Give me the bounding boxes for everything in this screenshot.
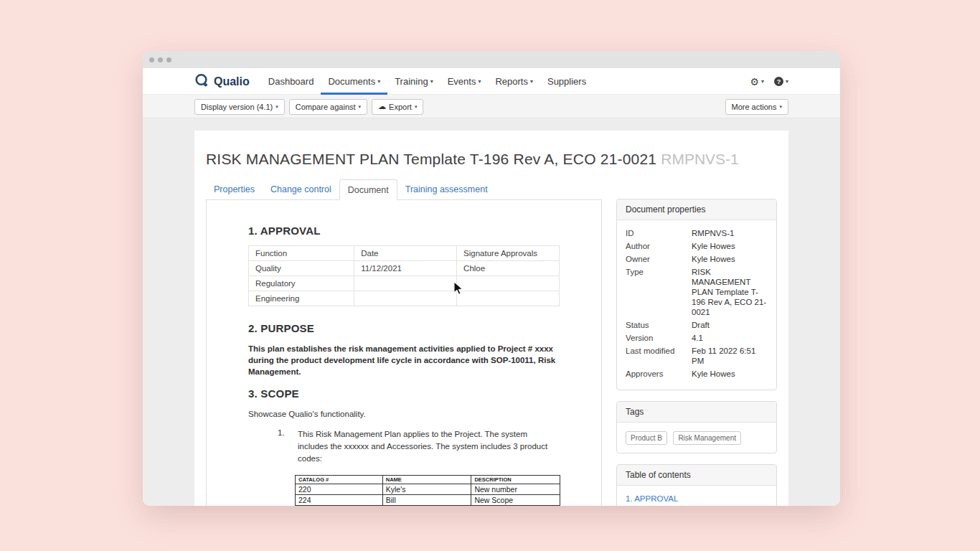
toc-link-approval[interactable]: 1. APPROVAL <box>626 494 768 504</box>
export-button[interactable]: ☁ Export ▾ <box>372 99 423 115</box>
chevron-down-icon: ▾ <box>415 104 418 109</box>
property-row: Version 4.1 <box>626 333 768 343</box>
table-header-cell: CATALOG # <box>296 476 383 484</box>
tab-document[interactable]: Document <box>339 179 397 200</box>
browser-chrome <box>143 51 840 68</box>
settings-menu-button[interactable]: ⚙ ▾ <box>750 77 764 87</box>
table-row: Function Date Signature Approvals <box>249 246 560 261</box>
table-cell <box>354 276 457 291</box>
property-row: Status Draft <box>626 320 768 330</box>
property-value: 4.1 <box>692 333 768 343</box>
tab-change-control[interactable]: Change control <box>263 179 339 199</box>
nav-item-label: Events <box>448 76 476 87</box>
table-cell: 11/12/2021 <box>354 261 457 276</box>
list-item-text: This Risk Management Plan applies to the… <box>298 428 560 465</box>
panel-title: Table of contents <box>617 465 776 486</box>
table-cell: Quality <box>249 261 354 276</box>
tab-properties[interactable]: Properties <box>206 179 263 199</box>
table-row: CATALOG # NAME DESCRIPTION <box>296 476 560 484</box>
export-label: Export <box>389 103 412 111</box>
table-header-cell: Signature Approvals <box>457 246 560 261</box>
window-control-dot[interactable] <box>158 57 163 62</box>
property-row: Last modified Feb 11 2022 6:51 PM <box>626 346 768 366</box>
page-title: RISK MANAGEMENT PLAN Template T-196 Rev … <box>206 143 777 170</box>
table-row: 224 Bill New Scope <box>296 495 560 506</box>
table-cell <box>382 506 471 507</box>
section-heading-purpose: 2. PURPOSE <box>248 322 560 334</box>
property-row: ID RMPNVS-1 <box>626 228 768 238</box>
tag-chip[interactable]: Product B <box>626 431 667 445</box>
panel-title: Document properties <box>617 199 776 220</box>
scope-list-item: 1. This Risk Management Plan applies to … <box>278 428 560 465</box>
window-control-dot[interactable] <box>149 57 154 62</box>
property-row: Owner Kyle Howes <box>626 254 768 264</box>
chevron-down-icon: ▾ <box>478 79 481 85</box>
chevron-down-icon: ▾ <box>275 104 278 109</box>
table-cell: Bill <box>382 495 471 506</box>
panel-title: Tags <box>617 402 776 423</box>
table-row: Regulatory <box>249 276 560 291</box>
chevron-down-icon: ▾ <box>377 79 380 85</box>
property-value: RISK MANAGEMENT PLAN Template T-196 Rev … <box>692 267 768 317</box>
table-cell: 224 <box>296 495 383 506</box>
mouse-cursor <box>453 281 463 296</box>
display-version-label: Display version (4.1) <box>201 103 273 111</box>
help-menu-button[interactable]: ? ▾ <box>774 77 788 86</box>
property-value: Feb 11 2022 6:51 PM <box>692 346 768 366</box>
help-icon: ? <box>774 77 783 86</box>
table-row: Engineering <box>249 291 560 306</box>
document-body: 1. APPROVAL Function Date Signature Appr… <box>206 199 602 506</box>
window-control-dot[interactable] <box>166 57 171 62</box>
chevron-down-icon: ▾ <box>359 104 362 109</box>
top-navbar: Qualio Dashboard Documents ▾ Training ▾ … <box>143 68 840 95</box>
nav-item-label: Reports <box>495 76 528 87</box>
property-row: Type RISK MANAGEMENT PLAN Template T-196… <box>626 267 768 317</box>
property-value: Kyle Howes <box>692 369 768 379</box>
more-actions-button[interactable]: More actions ▾ <box>725 99 789 115</box>
catalog-table: CATALOG # NAME DESCRIPTION 220 Kyle's Ne… <box>295 475 560 506</box>
nav-item-events[interactable]: Events ▾ <box>440 68 489 95</box>
tab-training-assessment[interactable]: Training assessment <box>397 179 496 199</box>
nav-item-reports[interactable]: Reports ▾ <box>488 68 540 95</box>
property-value: Draft <box>692 320 768 330</box>
property-row: Approvers Kyle Howes <box>626 369 768 379</box>
document-tabs: Properties Change control Document Train… <box>206 179 602 199</box>
table-cell: New number <box>471 484 560 495</box>
document-properties-panel: Document properties ID RMPNVS-1 Author K… <box>616 199 777 390</box>
table-cell: Engineering <box>249 291 354 306</box>
nav-item-suppliers[interactable]: Suppliers <box>540 68 593 95</box>
nav-item-label: Training <box>395 76 428 87</box>
property-value: RMPNVS-1 <box>692 228 768 238</box>
gear-icon: ⚙ <box>750 77 759 87</box>
table-cell: Chloe <box>457 261 560 276</box>
chevron-down-icon: ▾ <box>530 79 533 85</box>
property-label: Type <box>626 267 692 317</box>
nav-item-dashboard[interactable]: Dashboard <box>261 68 321 95</box>
table-cell <box>296 506 383 507</box>
property-label: Owner <box>626 254 692 264</box>
toc-link-purpose[interactable]: 2. PURPOSE <box>626 504 768 506</box>
nav-item-training[interactable]: Training ▾ <box>387 68 440 95</box>
app-window: Qualio Dashboard Documents ▾ Training ▾ … <box>143 51 840 506</box>
qualio-logo[interactable]: Qualio <box>194 73 250 90</box>
chevron-down-icon: ▾ <box>786 79 788 85</box>
compare-against-button[interactable]: Compare against ▾ <box>289 99 367 115</box>
nav-item-label: Documents <box>328 76 375 87</box>
brand-name: Qualio <box>214 75 250 88</box>
nav-item-documents[interactable]: Documents ▾ <box>321 68 387 95</box>
property-label: Author <box>626 241 692 251</box>
property-label: Last modified <box>626 346 692 366</box>
table-row <box>296 506 560 507</box>
table-header-cell: Date <box>354 246 457 261</box>
property-label: Approvers <box>626 369 692 379</box>
more-actions-label: More actions <box>732 103 777 111</box>
tags-panel: Tags Product B Risk Management <box>616 401 777 453</box>
property-value: Kyle Howes <box>692 254 768 264</box>
chevron-down-icon: ▾ <box>779 104 782 109</box>
table-cell: Kyle's <box>382 484 471 495</box>
purpose-paragraph: This plan establishes the risk managemen… <box>248 343 560 377</box>
tag-chip[interactable]: Risk Management <box>673 431 741 445</box>
table-row: 220 Kyle's New number <box>296 484 560 495</box>
display-version-button[interactable]: Display version (4.1) ▾ <box>194 99 285 115</box>
table-header-cell: NAME <box>382 476 471 484</box>
